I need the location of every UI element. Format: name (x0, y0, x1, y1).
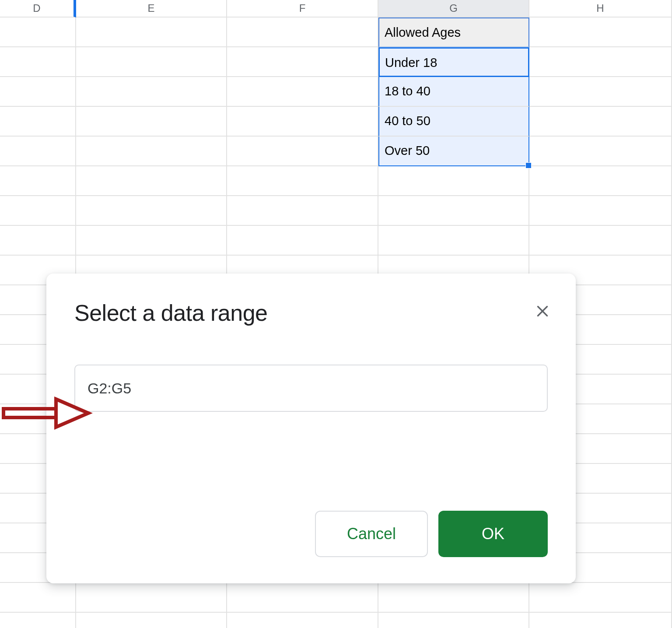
cell-f2[interactable] (227, 47, 378, 77)
cell-g3[interactable]: 18 to 40 (378, 77, 529, 107)
cell-f5[interactable] (227, 137, 378, 166)
cell[interactable] (227, 166, 378, 196)
cell[interactable] (378, 196, 529, 226)
close-button[interactable] (535, 303, 550, 321)
cell[interactable] (378, 226, 529, 256)
cell-e5[interactable] (76, 137, 227, 166)
column-header-h[interactable]: H (529, 0, 672, 18)
cancel-button[interactable]: Cancel (315, 511, 428, 557)
cell[interactable] (378, 613, 529, 628)
column-header-f[interactable]: F (227, 0, 378, 18)
data-range-input[interactable] (74, 365, 548, 412)
cell[interactable] (378, 166, 529, 196)
cell-d3[interactable] (0, 77, 76, 107)
cell-h5[interactable] (529, 137, 672, 166)
cell-f1[interactable] (227, 18, 378, 47)
cell[interactable] (76, 583, 227, 613)
cell[interactable] (227, 196, 378, 226)
cell-f4[interactable] (227, 107, 378, 137)
cell-g4[interactable]: 40 to 50 (378, 107, 529, 137)
cell[interactable] (0, 226, 76, 256)
select-data-range-dialog: Select a data range Cancel OK (46, 274, 576, 583)
cell[interactable] (378, 583, 529, 613)
cell-h1[interactable] (529, 18, 672, 47)
cell-h2[interactable] (529, 47, 672, 77)
cell-f3[interactable] (227, 77, 378, 107)
cell[interactable] (76, 196, 227, 226)
cell-e3[interactable] (76, 77, 227, 107)
cell[interactable] (529, 196, 672, 226)
cell-h3[interactable] (529, 77, 672, 107)
cell[interactable] (0, 613, 76, 628)
cell-d4[interactable] (0, 107, 76, 137)
cell-e1[interactable] (76, 18, 227, 47)
cell[interactable] (76, 166, 227, 196)
cell-e2[interactable] (76, 47, 227, 77)
cell[interactable] (529, 226, 672, 256)
cell-g2[interactable]: Under 18 (378, 47, 529, 77)
column-header-g[interactable]: G (378, 0, 529, 18)
cell[interactable] (0, 166, 76, 196)
cell[interactable] (529, 613, 672, 628)
cell[interactable] (227, 583, 378, 613)
close-icon (535, 303, 550, 319)
cell-e4[interactable] (76, 107, 227, 137)
ok-button[interactable]: OK (438, 511, 548, 557)
cell[interactable] (227, 613, 378, 628)
cell-h4[interactable] (529, 107, 672, 137)
cell-d5[interactable] (0, 137, 76, 166)
cell-d1[interactable] (0, 18, 76, 47)
column-header-e[interactable]: E (76, 0, 227, 18)
cell[interactable] (76, 613, 227, 628)
cell[interactable] (76, 226, 227, 256)
cell[interactable] (529, 583, 672, 613)
cell-g5[interactable]: Over 50 (378, 137, 529, 166)
cell[interactable] (529, 166, 672, 196)
cell-d2[interactable] (0, 47, 76, 77)
cell[interactable] (227, 226, 378, 256)
dialog-title: Select a data range (74, 300, 548, 326)
column-header-d[interactable]: D (0, 0, 76, 18)
cell-g1[interactable]: Allowed Ages (378, 18, 529, 47)
cell[interactable] (0, 583, 76, 613)
cell[interactable] (0, 196, 76, 226)
